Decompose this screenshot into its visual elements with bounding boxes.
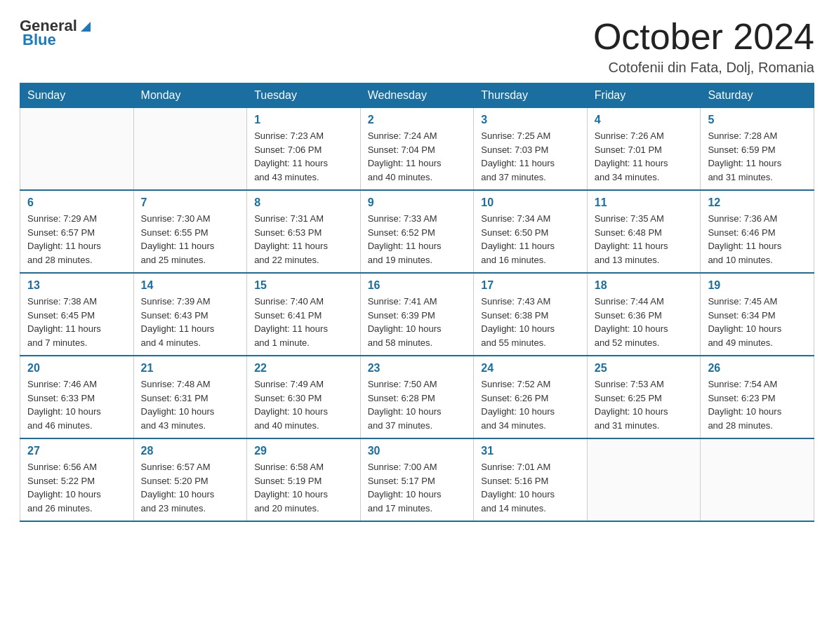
calendar-week-row: 1Sunrise: 7:23 AMSunset: 7:06 PMDaylight… [20, 108, 814, 191]
day-info: Sunrise: 7:39 AMSunset: 6:43 PMDaylight:… [141, 295, 240, 349]
day-info: Sunrise: 7:29 AMSunset: 6:57 PMDaylight:… [27, 212, 126, 267]
day-info: Sunrise: 7:36 AMSunset: 6:46 PMDaylight:… [708, 212, 807, 267]
logo: General Blue [20, 17, 93, 49]
day-number: 4 [595, 114, 694, 126]
calendar-cell: 2Sunrise: 7:24 AMSunset: 7:04 PMDaylight… [360, 108, 474, 191]
calendar-cell: 15Sunrise: 7:40 AMSunset: 6:41 PMDayligh… [247, 273, 361, 356]
calendar-cell: 23Sunrise: 7:50 AMSunset: 6:28 PMDayligh… [360, 356, 474, 438]
day-info: Sunrise: 7:49 AMSunset: 6:30 PMDaylight:… [254, 377, 353, 432]
day-number: 12 [708, 196, 807, 209]
calendar-cell: 1Sunrise: 7:23 AMSunset: 7:06 PMDaylight… [247, 108, 361, 191]
day-info: Sunrise: 7:34 AMSunset: 6:50 PMDaylight:… [481, 212, 580, 267]
calendar-week-row: 20Sunrise: 7:46 AMSunset: 6:33 PMDayligh… [20, 356, 814, 438]
weekday-header-monday: Monday [133, 83, 247, 108]
location-subtitle: Cotofenii din Fata, Dolj, Romania [593, 60, 814, 76]
day-info: Sunrise: 7:50 AMSunset: 6:28 PMDaylight:… [368, 377, 467, 432]
day-number: 25 [595, 362, 694, 375]
calendar-cell: 20Sunrise: 7:46 AMSunset: 6:33 PMDayligh… [20, 356, 134, 438]
day-info: Sunrise: 7:23 AMSunset: 7:06 PMDaylight:… [254, 129, 353, 184]
day-number: 9 [368, 196, 467, 209]
calendar-cell: 21Sunrise: 7:48 AMSunset: 6:31 PMDayligh… [133, 356, 247, 438]
day-info: Sunrise: 7:26 AMSunset: 7:01 PMDaylight:… [595, 129, 694, 184]
day-number: 17 [481, 279, 580, 292]
day-number: 3 [481, 114, 580, 126]
day-number: 22 [254, 362, 353, 375]
day-number: 27 [27, 445, 126, 457]
calendar-cell: 13Sunrise: 7:38 AMSunset: 6:45 PMDayligh… [20, 273, 134, 356]
logo-blue-text: Blue [22, 31, 56, 49]
day-info: Sunrise: 7:01 AMSunset: 5:16 PMDaylight:… [481, 460, 580, 515]
day-number: 1 [254, 114, 353, 126]
weekday-header-tuesday: Tuesday [247, 83, 361, 108]
day-number: 24 [481, 362, 580, 375]
day-number: 16 [368, 279, 467, 292]
day-number: 30 [368, 445, 467, 457]
day-number: 31 [481, 445, 580, 457]
calendar-cell: 28Sunrise: 6:57 AMSunset: 5:20 PMDayligh… [133, 438, 247, 521]
calendar-cell: 22Sunrise: 7:49 AMSunset: 6:30 PMDayligh… [247, 356, 361, 438]
calendar-cell: 5Sunrise: 7:28 AMSunset: 6:59 PMDaylight… [701, 108, 814, 191]
calendar-cell [701, 438, 814, 521]
calendar-cell: 24Sunrise: 7:52 AMSunset: 6:26 PMDayligh… [474, 356, 588, 438]
day-info: Sunrise: 7:41 AMSunset: 6:39 PMDaylight:… [368, 295, 467, 349]
day-number: 14 [141, 279, 240, 292]
day-number: 10 [481, 196, 580, 209]
calendar-cell: 10Sunrise: 7:34 AMSunset: 6:50 PMDayligh… [474, 190, 588, 273]
day-info: Sunrise: 7:52 AMSunset: 6:26 PMDaylight:… [481, 377, 580, 432]
calendar-cell: 18Sunrise: 7:44 AMSunset: 6:36 PMDayligh… [587, 273, 701, 356]
calendar-cell: 8Sunrise: 7:31 AMSunset: 6:53 PMDaylight… [247, 190, 361, 273]
day-info: Sunrise: 7:24 AMSunset: 7:04 PMDaylight:… [368, 129, 467, 184]
day-info: Sunrise: 7:53 AMSunset: 6:25 PMDaylight:… [595, 377, 694, 432]
day-info: Sunrise: 7:48 AMSunset: 6:31 PMDaylight:… [141, 377, 240, 432]
day-number: 2 [368, 114, 467, 126]
day-number: 7 [141, 196, 240, 209]
logo-triangle-icon [78, 19, 93, 34]
day-info: Sunrise: 7:38 AMSunset: 6:45 PMDaylight:… [27, 295, 126, 349]
weekday-header-wednesday: Wednesday [360, 83, 474, 108]
weekday-header-sunday: Sunday [20, 83, 134, 108]
day-info: Sunrise: 7:40 AMSunset: 6:41 PMDaylight:… [254, 295, 353, 349]
calendar-cell: 19Sunrise: 7:45 AMSunset: 6:34 PMDayligh… [701, 273, 814, 356]
day-number: 5 [708, 114, 807, 126]
calendar-cell: 14Sunrise: 7:39 AMSunset: 6:43 PMDayligh… [133, 273, 247, 356]
calendar-week-row: 13Sunrise: 7:38 AMSunset: 6:45 PMDayligh… [20, 273, 814, 356]
day-number: 26 [708, 362, 807, 375]
calendar-cell [587, 438, 701, 521]
day-info: Sunrise: 7:54 AMSunset: 6:23 PMDaylight:… [708, 377, 807, 432]
calendar-cell: 7Sunrise: 7:30 AMSunset: 6:55 PMDaylight… [133, 190, 247, 273]
day-info: Sunrise: 7:33 AMSunset: 6:52 PMDaylight:… [368, 212, 467, 267]
svg-marker-0 [81, 22, 91, 32]
day-info: Sunrise: 6:58 AMSunset: 5:19 PMDaylight:… [254, 460, 353, 515]
day-number: 29 [254, 445, 353, 457]
calendar-table: SundayMondayTuesdayWednesdayThursdayFrid… [20, 83, 814, 522]
calendar-cell: 31Sunrise: 7:01 AMSunset: 5:16 PMDayligh… [474, 438, 588, 521]
calendar-cell: 12Sunrise: 7:36 AMSunset: 6:46 PMDayligh… [701, 190, 814, 273]
calendar-header-row: SundayMondayTuesdayWednesdayThursdayFrid… [20, 83, 814, 108]
calendar-cell: 16Sunrise: 7:41 AMSunset: 6:39 PMDayligh… [360, 273, 474, 356]
calendar-cell: 26Sunrise: 7:54 AMSunset: 6:23 PMDayligh… [701, 356, 814, 438]
calendar-cell: 6Sunrise: 7:29 AMSunset: 6:57 PMDaylight… [20, 190, 134, 273]
day-number: 20 [27, 362, 126, 375]
day-info: Sunrise: 7:30 AMSunset: 6:55 PMDaylight:… [141, 212, 240, 267]
calendar-week-row: 27Sunrise: 6:56 AMSunset: 5:22 PMDayligh… [20, 438, 814, 521]
calendar-week-row: 6Sunrise: 7:29 AMSunset: 6:57 PMDaylight… [20, 190, 814, 273]
weekday-header-friday: Friday [587, 83, 701, 108]
calendar-cell: 3Sunrise: 7:25 AMSunset: 7:03 PMDaylight… [474, 108, 588, 191]
day-number: 19 [708, 279, 807, 292]
day-info: Sunrise: 6:56 AMSunset: 5:22 PMDaylight:… [27, 460, 126, 515]
day-number: 15 [254, 279, 353, 292]
weekday-header-saturday: Saturday [701, 83, 814, 108]
calendar-cell: 11Sunrise: 7:35 AMSunset: 6:48 PMDayligh… [587, 190, 701, 273]
calendar-cell: 9Sunrise: 7:33 AMSunset: 6:52 PMDaylight… [360, 190, 474, 273]
title-block: October 2024 Cotofenii din Fata, Dolj, R… [593, 17, 814, 76]
day-number: 23 [368, 362, 467, 375]
weekday-header-thursday: Thursday [474, 83, 588, 108]
day-info: Sunrise: 6:57 AMSunset: 5:20 PMDaylight:… [141, 460, 240, 515]
calendar-cell: 29Sunrise: 6:58 AMSunset: 5:19 PMDayligh… [247, 438, 361, 521]
calendar-cell [133, 108, 247, 191]
calendar-cell: 30Sunrise: 7:00 AMSunset: 5:17 PMDayligh… [360, 438, 474, 521]
day-info: Sunrise: 7:44 AMSunset: 6:36 PMDaylight:… [595, 295, 694, 349]
calendar-cell: 27Sunrise: 6:56 AMSunset: 5:22 PMDayligh… [20, 438, 134, 521]
day-info: Sunrise: 7:43 AMSunset: 6:38 PMDaylight:… [481, 295, 580, 349]
page-header: General Blue October 2024 Cotofenii din … [20, 17, 814, 76]
